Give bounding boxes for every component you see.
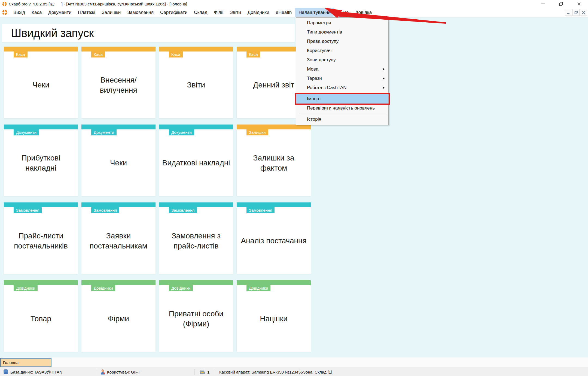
quick-launch-tile[interactable]: Довідники Фірми bbox=[81, 280, 156, 352]
quick-launch-tile[interactable]: Каса Чеки bbox=[4, 47, 78, 118]
settings-menu-item[interactable]: Історія bbox=[296, 115, 388, 124]
quick-launch-tile[interactable]: Каса Звіти bbox=[159, 47, 233, 118]
settings-menu-item[interactable]: Параметри bbox=[296, 18, 388, 28]
submenu-arrow-icon bbox=[383, 86, 385, 89]
minimize-icon bbox=[541, 2, 545, 6]
tile-category-strip bbox=[4, 202, 78, 207]
statusbar-separator bbox=[97, 369, 97, 375]
settings-menu-item[interactable]: Зони доступу bbox=[296, 55, 388, 65]
tile-label: Звіти bbox=[159, 51, 233, 118]
mdi-restore-button[interactable] bbox=[572, 9, 580, 16]
menu-items: ВихідКасаДокументиПлатежіЗалишкиЗамовлен… bbox=[10, 8, 375, 17]
settings-menu-item[interactable]: Мова bbox=[296, 65, 388, 74]
tile-label: Націнки bbox=[237, 285, 311, 352]
window-close-button[interactable] bbox=[570, 0, 588, 8]
menu-item-label: Терези bbox=[307, 76, 322, 81]
statusbar-user: Користувач: GIFT bbox=[107, 370, 140, 374]
quick-launch-tile[interactable]: Довідники Товар bbox=[4, 280, 78, 352]
mdi-window-controls bbox=[565, 9, 587, 16]
menu-item-label: Мова bbox=[307, 66, 318, 72]
settings-dropdown-menu: Параметри Типи документів Права доступу … bbox=[296, 17, 389, 125]
statusbar-separator bbox=[194, 369, 194, 375]
close-icon bbox=[582, 11, 585, 14]
settings-menu-item[interactable]: Перевірити наявність оновлень bbox=[296, 104, 388, 113]
menu-bar: ВихідКасаДокументиПлатежіЗалишкиЗамовлен… bbox=[0, 8, 588, 17]
menu-item[interactable]: Вікно bbox=[334, 8, 352, 17]
settings-menu-item[interactable]: Імпорт bbox=[296, 94, 388, 104]
menu-item[interactable]: Звіти bbox=[227, 8, 244, 17]
restore-icon bbox=[574, 11, 578, 14]
tile-label: Залишки за фактом bbox=[237, 129, 311, 196]
quick-launch-grid: Каса Чеки Каса Внесення/вилучення Каса З… bbox=[4, 47, 312, 352]
tile-label: Прайс-листи постачальників bbox=[4, 207, 78, 274]
statusbar-zone: Зона: Склад [1] bbox=[303, 370, 332, 374]
cash-register-icon bbox=[199, 369, 205, 375]
settings-menu-item[interactable]: Користувачі bbox=[296, 46, 388, 55]
main-content: Швидкий запуск Каса Чеки Каса Внесення/в… bbox=[0, 17, 588, 357]
tile-category-strip bbox=[159, 202, 233, 207]
menu-item[interactable]: Склад bbox=[191, 8, 211, 17]
tile-label: Чеки bbox=[4, 51, 78, 118]
quick-launch-tile[interactable]: Залишки Залишки за фактом bbox=[237, 125, 311, 196]
window-restore-button[interactable] bbox=[552, 0, 570, 8]
quick-launch-tile[interactable]: Каса Внесення/вилучення bbox=[81, 47, 156, 118]
app-logo-icon bbox=[2, 2, 7, 6]
tile-category-strip bbox=[237, 202, 311, 207]
tab-home[interactable]: Головна bbox=[0, 358, 51, 367]
menu-item[interactable]: Вихід bbox=[10, 8, 28, 17]
tile-label: Товар bbox=[4, 285, 78, 352]
title-bar: Скарб pro v. 4.0.2.85 [ІД: ] - [Апт №003… bbox=[0, 0, 588, 8]
menu-item[interactable]: Документи bbox=[45, 8, 75, 17]
quick-launch-tile[interactable]: Документи Видаткові накладні bbox=[159, 125, 233, 196]
tile-label: Заявки постачальникам bbox=[81, 207, 156, 274]
tile-category-strip bbox=[159, 47, 233, 51]
mdi-minimize-button[interactable] bbox=[565, 9, 572, 16]
quick-launch-tile[interactable]: Довідники Націнки bbox=[237, 280, 311, 352]
quick-launch-tile[interactable]: Документи Прибуткові накладні bbox=[4, 125, 78, 196]
settings-menu-item[interactable]: Терези bbox=[296, 74, 388, 83]
tile-label: Аналіз постачання bbox=[237, 207, 311, 274]
menu-item[interactable]: Каса bbox=[28, 8, 45, 17]
settings-menu-item[interactable]: Права доступу bbox=[296, 37, 388, 46]
menu-item[interactable]: Платежі bbox=[75, 8, 98, 17]
menu-item-label: Перевірити наявність оновлень bbox=[307, 105, 375, 111]
quick-launch-tile[interactable]: Документи Чеки bbox=[81, 125, 156, 196]
quick-launch-tile[interactable]: Замовлення Прайс-листи постачальників bbox=[4, 202, 78, 274]
quick-launch-tile[interactable]: Довідники Приватні особи (Фірми) bbox=[159, 280, 233, 352]
tile-label: Замовлення з прайс-листів bbox=[159, 207, 233, 274]
tile-label: Внесення/вилучення bbox=[81, 51, 156, 118]
tile-category-strip bbox=[4, 47, 78, 51]
settings-menu-item[interactable]: Робота з CashTAN bbox=[296, 83, 388, 92]
menu-item[interactable]: Залишки bbox=[99, 8, 124, 17]
statusbar-register-count: 1 bbox=[207, 370, 209, 374]
menu-item[interactable]: Довідники bbox=[244, 8, 273, 17]
menu-item[interactable]: Філії bbox=[211, 8, 227, 17]
menu-item[interactable]: Довідка bbox=[352, 8, 375, 17]
settings-menu-item[interactable]: Типи документів bbox=[296, 28, 388, 37]
menu-item[interactable]: eHealth bbox=[273, 8, 295, 17]
user-icon bbox=[100, 369, 105, 375]
menu-item-label: Типи документів bbox=[307, 29, 342, 35]
settings-menu-item[interactable] bbox=[299, 113, 386, 115]
tile-category-strip bbox=[81, 125, 156, 129]
menu-item[interactable]: Замовлення bbox=[124, 8, 157, 17]
quick-launch-tile[interactable]: Замовлення Замовлення з прайс-листів bbox=[159, 202, 233, 274]
menu-item[interactable]: Налаштування bbox=[295, 8, 334, 17]
tile-category-strip bbox=[81, 202, 156, 207]
quick-launch-header: Швидкий запуск bbox=[2, 24, 295, 42]
statusbar-separator bbox=[215, 369, 215, 375]
database-icon bbox=[3, 369, 8, 375]
menu-item-label: Історія bbox=[307, 117, 321, 122]
window-minimize-button[interactable] bbox=[534, 0, 552, 8]
tile-label: Прибуткові накладні bbox=[4, 129, 78, 196]
menu-item-label: Користувачі bbox=[307, 48, 333, 53]
tile-category-strip bbox=[159, 125, 233, 129]
quick-launch-tile[interactable]: Замовлення Аналіз постачання bbox=[237, 202, 311, 274]
menu-item-label: Зони доступу bbox=[307, 57, 336, 62]
menu-item[interactable]: Сертифікати bbox=[157, 8, 191, 17]
menu-item-label: Робота з CashTAN bbox=[307, 85, 347, 90]
settings-menu-item[interactable] bbox=[299, 92, 386, 94]
menu-item-label: Параметри bbox=[307, 20, 331, 25]
mdi-close-button[interactable] bbox=[580, 9, 587, 16]
quick-launch-tile[interactable]: Замовлення Заявки постачальникам bbox=[81, 202, 156, 274]
